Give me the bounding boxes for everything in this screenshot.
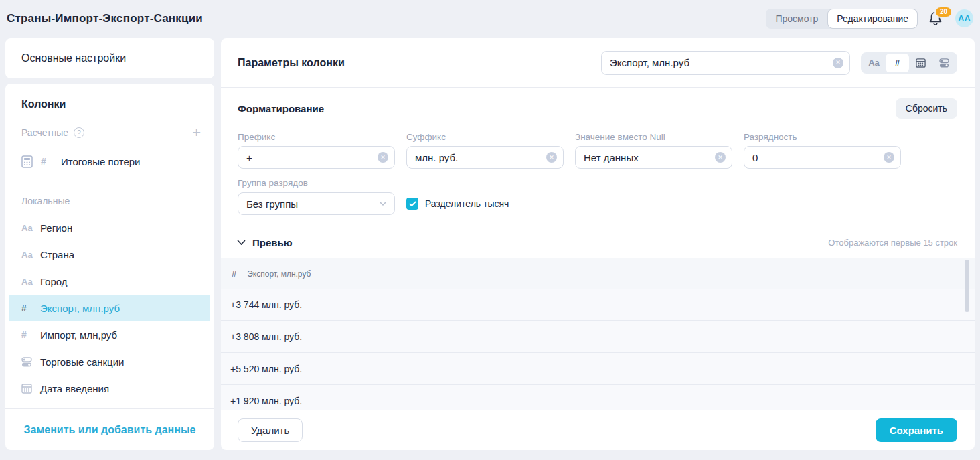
number-type-icon: # (41, 156, 61, 167)
sidebar-item-label: Экспорт, млн.руб (40, 303, 120, 314)
number-type-icon: # (21, 329, 40, 340)
replace-or-add-data-link[interactable]: Заменить или добавить данные (5, 409, 214, 450)
panel-footer: Удалить Сохранить (221, 410, 975, 450)
sidebar-item-region[interactable]: Aa Регион (5, 214, 214, 241)
null-value-input[interactable] (575, 146, 732, 169)
table-row: +3 808 млн. руб. (221, 321, 975, 353)
type-number-button[interactable]: # (886, 54, 909, 72)
suffix-label: Суффикс (406, 132, 564, 142)
panel-title: Параметры колонки (238, 57, 601, 69)
cell-value: +1 920 млн. руб. (230, 396, 302, 406)
digit-group-value: Без группы (246, 198, 298, 210)
preview-title[interactable]: Превью (252, 237, 828, 248)
column-type-switcher: Aa # (861, 52, 957, 74)
preview-section: Превью Отображаются первые 15 строк # Эк… (221, 226, 975, 410)
cell-value: +5 520 млн. руб. (230, 364, 302, 374)
add-calculated-column-button[interactable]: + (192, 125, 201, 140)
column-parameters-panel: Параметры колонки ✕ Aa # (221, 38, 975, 450)
suffix-input[interactable] (406, 146, 564, 169)
sidebar-item-label: Дата введения (40, 383, 109, 394)
text-type-icon: Aa (21, 277, 40, 287)
local-group-label: Локальные (5, 190, 214, 214)
cell-value: +3 744 млн. руб. (230, 299, 302, 310)
null-value-label: Значение вместо Null (575, 132, 732, 142)
chevron-down-icon[interactable] (237, 240, 246, 246)
panel-header: Параметры колонки ✕ Aa # (221, 38, 975, 88)
number-type-icon: # (232, 269, 236, 279)
thousands-separator-label: Разделитель тысяч (425, 198, 509, 209)
sidebar-item-eksport[interactable]: # Экспорт, млн.руб (9, 295, 210, 321)
sidebar-item-label: Страна (40, 249, 74, 260)
text-type-icon: Aa (21, 223, 40, 233)
delete-button[interactable]: Удалить (238, 418, 303, 442)
clear-icon[interactable]: ✕ (378, 152, 388, 163)
sidebar-item-main-settings[interactable]: Основные настройки (5, 38, 214, 78)
clear-icon[interactable]: ✕ (884, 152, 894, 163)
sidebar-item-torgovye-sankcii[interactable]: Торговые санкции (5, 348, 214, 375)
digit-group-label: Группа разрядов (238, 178, 395, 188)
prefix-label: Префикс (238, 132, 395, 142)
type-toggle-button[interactable] (932, 54, 956, 72)
sidebar: Основные настройки Колонки Расчетные ? + (5, 37, 214, 450)
sidebar-item-label: Город (40, 276, 68, 287)
clear-icon[interactable]: ✕ (715, 152, 726, 163)
toggle-icon (939, 58, 949, 68)
table-row: +1 920 млн. руб. (221, 385, 975, 410)
formatting-section: Форматирование Сбросить Префикс ✕ Суффик… (221, 88, 975, 226)
clear-icon[interactable]: ✕ (833, 58, 843, 68)
sidebar-item-label: Регион (40, 222, 72, 234)
calculated-group-label: Расчетные (21, 127, 68, 138)
calculated-group-row: Расчетные ? + (5, 123, 214, 143)
save-button[interactable]: Сохранить (876, 418, 957, 442)
preview-scrollbar[interactable] (965, 260, 969, 312)
avatar[interactable]: AA (955, 9, 973, 27)
sidebar-item-label: Итоговые потери (61, 156, 140, 167)
cell-value: +3 808 млн. руб. (230, 331, 302, 342)
precision-label: Разрядность (744, 132, 901, 142)
mode-view-button[interactable]: Просмотр (766, 9, 827, 29)
sidebar-item-label: Торговые санкции (40, 356, 124, 368)
number-type-icon: # (21, 303, 40, 313)
digit-group-select[interactable]: Без группы (238, 192, 395, 215)
text-type-icon: Aa (21, 250, 40, 260)
top-bar: Страны-Импорт-Экспорт-Санкции Просмотр Р… (0, 0, 980, 37)
preview-note: Отображаются первые 15 строк (828, 238, 957, 248)
preview-table-header: # Экспорт, млн.руб (221, 258, 975, 289)
preview-table: # Экспорт, млн.руб +3 744 млн. руб. +3 8… (221, 258, 975, 410)
sidebar-item-import[interactable]: # Импорт, млн,руб (5, 321, 214, 348)
type-date-button[interactable] (909, 54, 932, 72)
reset-button[interactable]: Сбросить (896, 98, 957, 119)
sidebar-item-itogovye-poteri[interactable]: # Итоговые потери (5, 148, 214, 175)
prefix-input[interactable] (238, 146, 395, 169)
calendar-icon (916, 58, 926, 68)
mode-toggle: Просмотр Редактирование (766, 9, 918, 29)
calculator-icon (21, 155, 41, 168)
sidebar-item-label: Импорт, млн,руб (40, 329, 117, 341)
mode-edit-button[interactable]: Редактирование (827, 9, 918, 29)
page-title: Страны-Импорт-Экспорт-Санкции (7, 12, 203, 25)
thousands-separator-checkbox[interactable]: Разделитель тысяч (406, 192, 509, 215)
help-icon[interactable]: ? (74, 127, 84, 138)
table-row: +3 744 млн. руб. (221, 289, 975, 321)
sidebar-item-data-vvedeniya[interactable]: Дата введения (5, 375, 214, 402)
type-text-button[interactable]: Aa (862, 54, 886, 72)
toggle-type-icon (21, 357, 40, 367)
sidebar-item-strana[interactable]: Aa Страна (5, 241, 214, 268)
checkbox-checked-icon (406, 198, 418, 210)
preview-column-header: Экспорт, млн.руб (247, 269, 311, 279)
columns-card: Колонки Расчетные ? + # Итоговые пот (5, 84, 214, 450)
columns-title: Колонки (5, 98, 214, 123)
clear-icon[interactable]: ✕ (546, 152, 557, 163)
notifications-button[interactable]: 20 (928, 10, 945, 27)
sidebar-item-gorod[interactable]: Aa Город (5, 268, 214, 295)
formatting-title: Форматирование (238, 103, 324, 114)
calendar-type-icon (21, 383, 40, 394)
precision-input[interactable] (744, 146, 901, 169)
notifications-badge: 20 (934, 6, 953, 18)
chevron-down-icon (379, 201, 387, 206)
table-row: +5 520 млн. руб. (221, 353, 975, 385)
column-name-input[interactable] (601, 51, 850, 75)
divider (21, 183, 198, 183)
